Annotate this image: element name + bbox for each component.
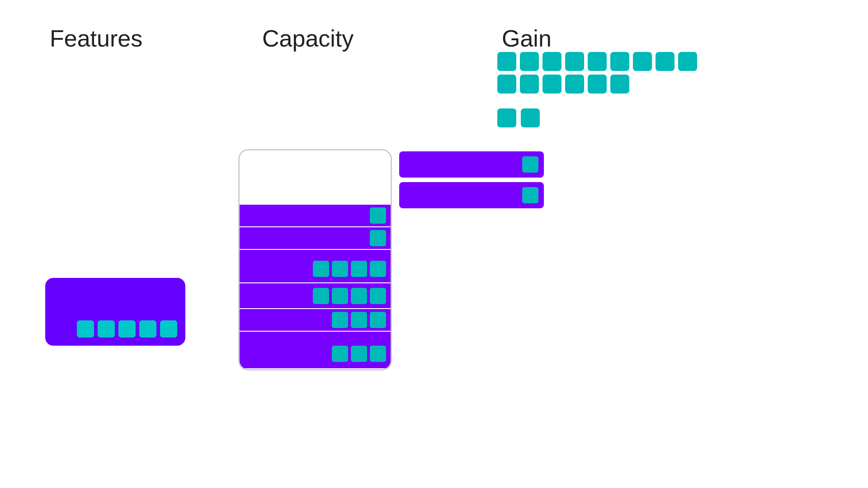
teal-icon bbox=[497, 52, 516, 71]
teal-icon bbox=[332, 312, 348, 328]
teal-icon bbox=[98, 320, 115, 338]
teal-icon bbox=[351, 261, 367, 277]
teal-icon bbox=[370, 207, 386, 224]
teal-icon bbox=[520, 75, 539, 94]
teal-icon bbox=[370, 288, 386, 304]
teal-icon bbox=[118, 320, 136, 338]
capacity-bar-2 bbox=[240, 227, 391, 249]
gain-title: Gain bbox=[502, 25, 552, 52]
teal-icons bbox=[332, 312, 386, 328]
capacity-bar-6 bbox=[240, 332, 391, 368]
capacity-top-space bbox=[240, 150, 391, 205]
teal-icons bbox=[313, 288, 386, 304]
teal-icon bbox=[610, 52, 629, 71]
teal-icon bbox=[139, 320, 156, 338]
features-block bbox=[45, 278, 185, 346]
capacity-container bbox=[238, 149, 392, 371]
teal-icon bbox=[497, 108, 516, 127]
teal-icon bbox=[610, 75, 629, 94]
teal-icon bbox=[588, 75, 607, 94]
teal-icons bbox=[313, 261, 386, 277]
teal-icon bbox=[332, 261, 348, 277]
gain-teal-grid bbox=[497, 52, 697, 97]
teal-icon bbox=[77, 320, 94, 338]
teal-icons bbox=[332, 346, 386, 362]
capacity-title: Capacity bbox=[262, 25, 354, 52]
teal-icon bbox=[351, 312, 367, 328]
teal-icon bbox=[565, 52, 584, 71]
teal-icon bbox=[542, 52, 561, 71]
teal-icon bbox=[351, 288, 367, 304]
teal-icon bbox=[588, 52, 607, 71]
teal-icon bbox=[521, 108, 540, 127]
gain-bar-1 bbox=[399, 151, 544, 178]
capacity-bar-3 bbox=[240, 250, 391, 282]
teal-icon bbox=[497, 75, 516, 94]
teal-icon bbox=[370, 230, 386, 246]
capacity-bar-4 bbox=[240, 283, 391, 308]
gain-bar-2 bbox=[399, 182, 544, 208]
gain-teal-pair bbox=[497, 108, 540, 127]
teal-icon bbox=[565, 75, 584, 94]
teal-icon bbox=[522, 187, 538, 203]
features-title: Features bbox=[50, 25, 142, 52]
capacity-bar-5 bbox=[240, 309, 391, 331]
teal-icon bbox=[633, 52, 652, 71]
teal-icon bbox=[332, 346, 348, 362]
teal-icon bbox=[160, 320, 177, 338]
teal-icon bbox=[370, 312, 386, 328]
teal-icon bbox=[678, 52, 697, 71]
features-teal-icons bbox=[77, 320, 177, 338]
teal-icon bbox=[313, 288, 329, 304]
gain-teal-row-1 bbox=[497, 52, 697, 71]
teal-icon bbox=[332, 288, 348, 304]
teal-icon bbox=[351, 346, 367, 362]
teal-icon bbox=[370, 346, 386, 362]
teal-icon bbox=[522, 156, 538, 173]
teal-icon bbox=[656, 52, 675, 71]
teal-icon bbox=[370, 261, 386, 277]
teal-icon bbox=[520, 52, 539, 71]
gain-bars bbox=[399, 151, 544, 212]
teal-icon bbox=[313, 261, 329, 277]
gain-teal-row-2 bbox=[497, 75, 697, 94]
capacity-bar-1 bbox=[240, 205, 391, 226]
teal-icon bbox=[542, 75, 561, 94]
